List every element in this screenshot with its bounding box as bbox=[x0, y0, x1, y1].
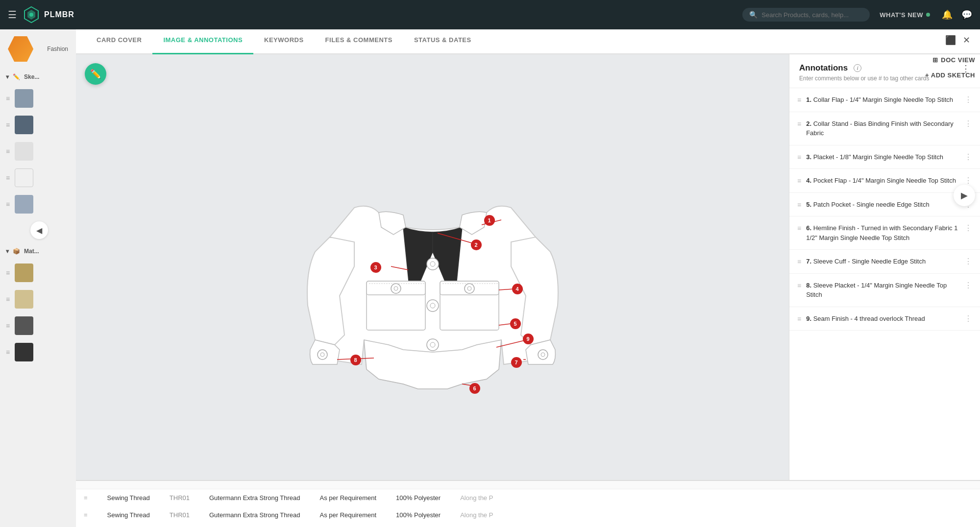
cell-material-2: 100% Polyester bbox=[396, 511, 441, 519]
cell-name-2: Sewing Thread bbox=[107, 511, 150, 519]
cell-code: THR01 bbox=[170, 494, 190, 502]
annotation-pin-7[interactable]: 7 bbox=[511, 357, 522, 368]
monitor-icon[interactable]: ⬛ bbox=[945, 35, 956, 46]
sidebar-material-thumb-3 bbox=[15, 316, 33, 335]
breadcrumb: Fashion bbox=[41, 44, 74, 54]
cell-detail: Gutermann Extra Strong Thread bbox=[209, 494, 300, 502]
sidebar-material-4[interactable]: ≡ bbox=[0, 339, 78, 365]
drag-handle-icon: ≡ bbox=[84, 494, 88, 502]
add-sketch-button[interactable]: + ADD SKETCH bbox=[925, 72, 975, 79]
annotation-more-7[interactable]: ⋮ bbox=[964, 257, 972, 266]
bottom-table: ≡ Sewing Thread THR01 Gutermann Extra St… bbox=[76, 480, 980, 527]
sidebar-material-3[interactable]: ≡ bbox=[0, 312, 78, 339]
annotation-pin-5[interactable]: 5 bbox=[510, 318, 521, 329]
sidebar-materials-header[interactable]: ▾ 📦 Mat... bbox=[0, 243, 78, 260]
content-area: ✏️ bbox=[76, 54, 980, 527]
sidebar-thumb-5 bbox=[15, 195, 33, 214]
whats-new-dot bbox=[926, 13, 930, 17]
cell-qty: As per Requirement bbox=[319, 494, 376, 502]
svg-point-17 bbox=[318, 350, 327, 359]
drag-handle-icon: ≡ bbox=[6, 348, 10, 356]
tab-close-area: ⬛ ✕ bbox=[945, 35, 970, 46]
sidebar-material-1[interactable]: ≡ bbox=[0, 260, 78, 286]
cell-qty-2: As per Requirement bbox=[319, 511, 376, 519]
drag-handle-icon: ≡ bbox=[6, 200, 10, 208]
annotation-text-9: 9. Seam Finish - 4 thread overlock Threa… bbox=[806, 314, 959, 324]
annotation-pin-2[interactable]: 2 bbox=[471, 240, 482, 250]
bell-icon[interactable]: 🔔 bbox=[942, 9, 953, 20]
annotation-pin-4[interactable]: 4 bbox=[512, 284, 523, 294]
drag-handle-icon: ≡ bbox=[797, 120, 801, 128]
whats-new-button[interactable]: WHAT'S NEW bbox=[880, 11, 930, 19]
tab-files-comments[interactable]: FILES & COMMENTS bbox=[315, 27, 403, 54]
table-data-row-2: ≡ Sewing Thread THR01 Gutermann Extra St… bbox=[76, 506, 980, 524]
cell-material: 100% Polyester bbox=[396, 494, 441, 502]
layers-icon: ⊞ bbox=[932, 56, 938, 64]
doc-view-button[interactable]: ⊞ DOC VIEW bbox=[932, 56, 975, 64]
annotation-more-8[interactable]: ⋮ bbox=[964, 281, 972, 290]
jacket-svg bbox=[291, 154, 575, 428]
annotation-text-7: 7. Sleeve Cuff - Single Needle Edge Stit… bbox=[806, 257, 959, 266]
annotations-subtitle: Enter comments below or use # to tag oth… bbox=[799, 75, 929, 82]
search-icon: 🔍 bbox=[749, 11, 758, 19]
edit-fab-button[interactable]: ✏️ bbox=[85, 63, 106, 85]
drag-handle-icon: ≡ bbox=[797, 177, 801, 185]
search-bar[interactable]: 🔍 bbox=[742, 8, 870, 22]
sidebar-material-2[interactable]: ≡ bbox=[0, 286, 78, 312]
sidebar-item-4[interactable]: ≡ bbox=[0, 165, 78, 191]
right-floating-buttons: ⊞ DOC VIEW + ADD SKETCH ▶ bbox=[925, 56, 975, 206]
app-name: PLMBR bbox=[44, 10, 74, 19]
cell-code-2: THR01 bbox=[170, 511, 190, 519]
sidebar-item-2[interactable]: ≡ bbox=[0, 112, 78, 138]
sidebar-item-5[interactable]: ≡ bbox=[0, 191, 78, 217]
annotation-pin-1[interactable]: 1 bbox=[484, 215, 495, 226]
nav-next-button[interactable]: ▶ bbox=[954, 185, 975, 206]
search-input[interactable] bbox=[761, 11, 863, 19]
sidebar-material-thumb-1 bbox=[15, 264, 33, 282]
drag-handle-icon: ≡ bbox=[6, 295, 10, 303]
annotation-pin-8[interactable]: 8 bbox=[350, 355, 361, 365]
annotation-text-6: 6. Hemline Finish - Turned in with Secon… bbox=[806, 223, 959, 242]
tab-card-cover[interactable]: CARD COVER bbox=[86, 27, 152, 54]
sidebar-thumb-2 bbox=[15, 116, 33, 134]
topbar-icons: 🔔 💬 bbox=[942, 9, 972, 20]
sidebar-item-3[interactable]: ≡ bbox=[0, 138, 78, 165]
sidebar-thumb-4 bbox=[15, 168, 33, 187]
tab-status-dates[interactable]: STATUS & DATES bbox=[403, 27, 482, 54]
annotation-pin-3[interactable]: 3 bbox=[370, 262, 381, 273]
topbar: ☰ PLMBR 🔍 WHAT'S NEW 🔔 💬 bbox=[0, 0, 980, 29]
cell-detail-2: Gutermann Extra Strong Thread bbox=[209, 511, 300, 519]
sidebar-item-1[interactable]: ≡ bbox=[0, 85, 78, 112]
annotation-more-9[interactable]: ⋮ bbox=[964, 314, 972, 323]
annotation-row-8: ≡ 8. Sleeve Placket - 1/4" Margin Single… bbox=[789, 274, 980, 307]
drag-handle-icon: ≡ bbox=[6, 322, 10, 330]
tab-keywords[interactable]: KEYWORDS bbox=[253, 27, 315, 54]
tab-bar: CARD COVER IMAGE & ANNOTATIONS KEYWORDS … bbox=[76, 27, 980, 54]
cell-note-2: Along the P bbox=[460, 511, 493, 519]
drag-handle-icon: ≡ bbox=[6, 269, 10, 277]
annotation-pin-6[interactable]: 6 bbox=[469, 383, 480, 394]
svg-point-19 bbox=[538, 350, 548, 359]
annotation-pin-9[interactable]: 9 bbox=[523, 334, 534, 344]
info-icon: i bbox=[854, 64, 861, 72]
tab-image-annotations[interactable]: IMAGE & ANNOTATIONS bbox=[152, 27, 253, 54]
nav-prev-button[interactable]: ◀ bbox=[0, 221, 78, 239]
annotation-more-6[interactable]: ⋮ bbox=[964, 223, 972, 233]
annotation-text-8: 8. Sleeve Placket - 1/4" Margin Single N… bbox=[806, 281, 959, 300]
svg-point-2 bbox=[29, 13, 33, 17]
close-button[interactable]: ✕ bbox=[963, 35, 970, 46]
brand-hex-icon bbox=[8, 36, 33, 62]
sketch-icon: ✏️ bbox=[13, 73, 20, 80]
message-icon[interactable]: 💬 bbox=[961, 9, 972, 20]
svg-point-15 bbox=[427, 339, 439, 351]
cell-note: Along the P bbox=[460, 494, 493, 502]
left-sidebar: Fashion ▾ ✏️ Ske... ≡ ≡ ≡ ≡ ≡ ◀ ▾ 📦 Mat.… bbox=[0, 29, 78, 527]
drag-handle-icon: ≡ bbox=[797, 153, 801, 161]
sidebar-sketches-header[interactable]: ▾ ✏️ Ske... bbox=[0, 69, 78, 85]
image-panel: ✏️ bbox=[76, 54, 789, 527]
table-data-row-1: ≡ Sewing Thread THR01 Gutermann Extra St… bbox=[76, 489, 980, 506]
drag-handle-icon: ≡ bbox=[84, 511, 88, 519]
drag-handle-icon: ≡ bbox=[797, 96, 801, 104]
drag-handle-icon: ≡ bbox=[797, 258, 801, 265]
hamburger-menu[interactable]: ☰ bbox=[8, 9, 17, 21]
